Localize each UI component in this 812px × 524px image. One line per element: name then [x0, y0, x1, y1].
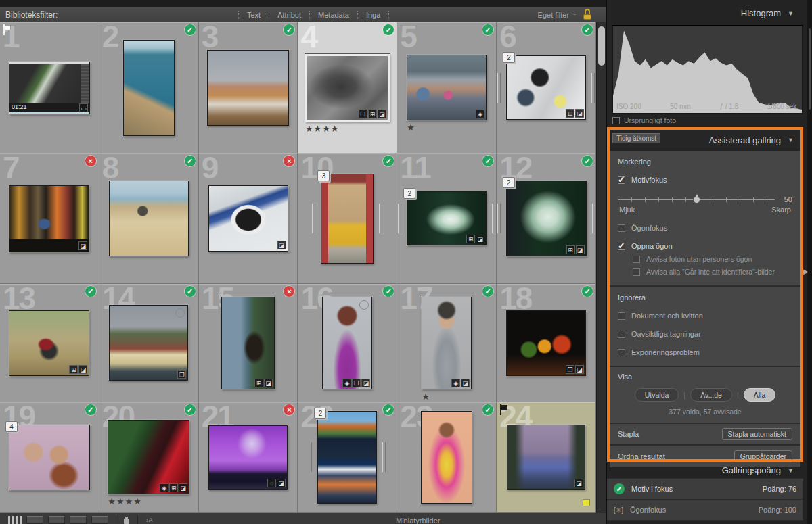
histogram-header[interactable]: Histogram ▼ — [607, 8, 803, 18]
photo-thumbnail[interactable] — [109, 181, 189, 256]
grid-scrollbar-thumb[interactable] — [598, 26, 605, 66]
photo-thumbnail[interactable]: ⊞◪ — [9, 310, 89, 376]
reject-flag-icon[interactable] — [499, 404, 509, 415]
grid-cell-22[interactable]: 22✓2 — [298, 402, 397, 513]
grid-cell-23[interactable]: 23✓ — [397, 402, 497, 513]
adjustment-icon[interactable]: ◪ — [576, 245, 585, 254]
collection-icon[interactable]: ❐ — [177, 370, 186, 379]
focus-slider[interactable] — [618, 195, 775, 204]
grid-cell-16[interactable]: 16✓◈❐◪ — [298, 284, 397, 402]
filter-option-text[interactable]: Text — [239, 11, 269, 19]
check-badge[interactable]: ✓ — [185, 24, 196, 35]
stack-count-badge[interactable]: 2 — [503, 52, 515, 63]
photo-thumbnail[interactable] — [321, 174, 374, 264]
grid-cell-20[interactable]: 20✓◈⊞◪★★★★ — [99, 402, 199, 513]
reject-badge[interactable]: × — [284, 404, 294, 415]
check-badge[interactable]: ✓ — [482, 24, 493, 35]
check-badge[interactable]: ✓ — [482, 404, 493, 415]
photo-thumbnail[interactable]: ☼◪ — [208, 425, 288, 490]
color-label-badge[interactable] — [583, 499, 590, 506]
adjustment-icon[interactable]: ◪ — [575, 109, 584, 118]
unsaved-metadata-circle-icon[interactable] — [175, 308, 185, 318]
photo-thumbnail[interactable]: ❐ — [109, 305, 188, 381]
photo-thumbnail[interactable]: ⊞◪ — [506, 55, 586, 120]
ignore-exposure-row[interactable]: Exponeringsproblem — [618, 348, 792, 356]
star-rating[interactable]: ★ — [407, 122, 415, 133]
grid-cell-6[interactable]: 6✓⊞◪2 — [497, 22, 596, 153]
grid-cell-11[interactable]: 11✓⊞◪2 — [397, 153, 497, 284]
photo-thumbnail[interactable] — [207, 50, 289, 126]
keyword-icon[interactable]: ◈ — [476, 110, 484, 118]
photo-thumbnail[interactable]: ◈ — [407, 55, 487, 120]
filter-option-none[interactable]: Inga — [358, 11, 388, 19]
check-badge[interactable]: ✓ — [582, 286, 593, 297]
grid-cell-19[interactable]: 19✓4 — [0, 402, 99, 513]
filter-option-metadata[interactable]: Metadata — [310, 11, 357, 19]
show-all-button[interactable]: Alla — [744, 388, 776, 402]
crop-icon[interactable]: ⊞ — [566, 109, 574, 118]
check-badge[interactable]: ✓ — [582, 156, 593, 166]
stack-count-badge[interactable]: 2 — [403, 188, 415, 199]
adjustment-icon[interactable]: ◪ — [574, 479, 583, 487]
reject-unidentifiable-row[interactable]: Avvisa alla "Går inte att identifiera"-b… — [633, 268, 792, 276]
video-thumbnail[interactable]: 01:21▭ — [9, 62, 90, 114]
adjustment-icon[interactable]: ◪ — [575, 365, 584, 374]
photo-thumbnail[interactable]: ⊞◪ — [506, 181, 587, 256]
collection-icon[interactable]: ❐ — [352, 379, 361, 387]
grid-cell-21[interactable]: 21×☼◪ — [199, 402, 298, 513]
photo-thumbnail[interactable] — [317, 411, 377, 504]
screen-icon[interactable]: ▭ — [79, 103, 88, 112]
grid-view-icon[interactable] — [8, 516, 22, 524]
check-badge[interactable]: ✓ — [383, 286, 394, 297]
grid-cell-17[interactable]: 17✓◈◪★ — [397, 284, 497, 402]
stack-count-badge[interactable]: 4 — [5, 421, 18, 432]
check-badge[interactable]: ✓ — [383, 404, 394, 415]
grid-cell-12[interactable]: 12✓⊞◪2 — [497, 153, 596, 284]
eye-focus-row[interactable]: Ögonfokus — [618, 224, 792, 232]
star-rating[interactable]: ★★★★ — [305, 124, 340, 134]
crop-icon[interactable]: ⊞ — [169, 483, 178, 492]
photo-thumbnail[interactable]: ◈⊞◪ — [108, 420, 189, 494]
original-photo-row[interactable]: Ursprungligt foto — [612, 116, 676, 124]
stack-count-badge[interactable]: 2 — [314, 408, 326, 419]
keyword-icon[interactable]: ◈ — [451, 379, 460, 387]
photo-thumbnail[interactable]: ◈❐◪ — [322, 297, 372, 389]
photo-thumbnail[interactable]: ◪ — [208, 185, 288, 252]
develop-icon[interactable]: ☼ — [267, 479, 276, 487]
auto-stack-button[interactable]: Stapla automatiskt — [722, 428, 792, 440]
eye-focus-checkbox[interactable] — [618, 224, 625, 232]
open-eyes-checkbox[interactable] — [618, 243, 625, 250]
subject-focus-row[interactable]: Motivfokus — [618, 176, 792, 184]
reject-badge[interactable]: × — [284, 156, 294, 166]
check-badge[interactable]: ✓ — [383, 156, 394, 166]
reject-badge[interactable]: × — [85, 156, 96, 166]
photo-thumbnail[interactable]: ⊞◪ — [407, 191, 487, 245]
pick-flag-icon[interactable] — [3, 24, 12, 35]
filter-option-attribute[interactable]: Attribut — [269, 11, 309, 19]
score-row-subject-focus[interactable]: ✓ Motiv i fokus Poäng: 76 — [607, 479, 803, 500]
keyword-icon[interactable]: ◈ — [160, 483, 168, 492]
crop-icon[interactable]: ⊞ — [466, 235, 475, 243]
stack-count-badge[interactable]: 2 — [503, 177, 515, 188]
check-badge[interactable]: ✓ — [185, 404, 196, 415]
adjustment-icon[interactable]: ◪ — [78, 241, 87, 250]
photo-thumbnail[interactable]: ❐⊞◪ — [305, 54, 390, 122]
ignore-accidental-row[interactable]: Oavsiktliga tagningar — [618, 330, 792, 338]
photo-thumbnail[interactable]: ⊞◪ — [221, 297, 275, 389]
loupe-view-button[interactable] — [26, 516, 43, 524]
photo-thumbnail[interactable]: ❐◪ — [506, 310, 586, 376]
star-rating[interactable]: ★★★★ — [108, 496, 142, 506]
collection-icon[interactable]: ❐ — [566, 365, 574, 374]
grid-cell-1[interactable]: 101:21▭ — [0, 22, 99, 153]
photo-thumbnail[interactable]: ◪ — [507, 425, 585, 490]
histogram-chart[interactable] — [612, 26, 803, 114]
check-badge[interactable]: ✓ — [85, 286, 96, 297]
group-actions-button[interactable]: Gruppåtgärder — [734, 450, 792, 462]
adjustment-icon[interactable]: ◪ — [277, 479, 286, 487]
crop-icon[interactable]: ⊞ — [69, 365, 78, 374]
collection-icon[interactable]: ❐ — [359, 110, 367, 118]
grid-cell-13[interactable]: 13✓⊞◪ — [0, 284, 99, 402]
reject-no-eyes-checkbox[interactable] — [633, 256, 640, 263]
keyword-icon[interactable]: ◈ — [342, 379, 351, 387]
original-photo-checkbox[interactable] — [612, 117, 620, 124]
